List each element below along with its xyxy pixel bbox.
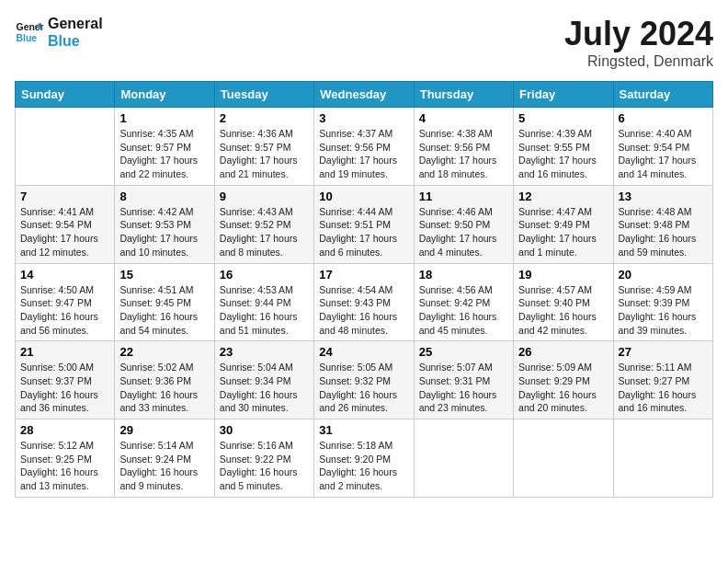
calendar-cell: 4Sunrise: 4:38 AM Sunset: 9:56 PM Daylig…	[414, 108, 513, 186]
logo-line2: Blue	[48, 32, 103, 50]
day-info: Sunrise: 5:09 AM Sunset: 9:29 PM Dayligh…	[518, 361, 608, 415]
day-info: Sunrise: 4:42 AM Sunset: 9:53 PM Dayligh…	[119, 205, 209, 259]
day-number: 25	[419, 345, 508, 359]
day-info: Sunrise: 4:43 AM Sunset: 9:52 PM Dayligh…	[220, 205, 309, 259]
day-number: 28	[20, 423, 109, 437]
day-number: 8	[119, 190, 209, 203]
calendar-cell	[514, 419, 613, 498]
day-number: 16	[220, 268, 309, 282]
day-info: Sunrise: 4:57 AM Sunset: 9:40 PM Dayligh…	[518, 283, 608, 338]
day-number: 18	[419, 268, 508, 282]
logo-icon: General Blue	[15, 17, 44, 47]
day-number: 13	[619, 190, 708, 203]
calendar-cell: 24Sunrise: 5:05 AM Sunset: 9:32 PM Dayli…	[314, 341, 414, 419]
logo-line1: General	[48, 15, 103, 32]
day-info: Sunrise: 4:51 AM Sunset: 9:45 PM Dayligh…	[119, 283, 209, 338]
calendar-cell	[16, 108, 115, 186]
calendar-cell: 8Sunrise: 4:42 AM Sunset: 9:53 PM Daylig…	[115, 185, 214, 263]
day-info: Sunrise: 5:12 AM Sunset: 9:25 PM Dayligh…	[20, 439, 109, 493]
calendar-cell: 19Sunrise: 4:57 AM Sunset: 9:40 PM Dayli…	[514, 263, 613, 341]
day-number: 27	[619, 345, 708, 359]
calendar-week-row: 1Sunrise: 4:35 AM Sunset: 9:57 PM Daylig…	[16, 108, 713, 186]
day-number: 15	[119, 268, 209, 282]
day-number: 2	[220, 111, 309, 125]
day-info: Sunrise: 4:39 AM Sunset: 9:55 PM Dayligh…	[518, 127, 608, 181]
calendar-cell	[613, 419, 712, 498]
day-info: Sunrise: 5:14 AM Sunset: 9:24 PM Dayligh…	[119, 439, 209, 493]
day-info: Sunrise: 4:41 AM Sunset: 9:54 PM Dayligh…	[20, 205, 109, 259]
day-number: 4	[419, 111, 508, 125]
day-number: 7	[20, 190, 109, 203]
day-info: Sunrise: 5:11 AM Sunset: 9:27 PM Dayligh…	[619, 361, 708, 415]
calendar-cell: 6Sunrise: 4:40 AM Sunset: 9:54 PM Daylig…	[613, 108, 712, 186]
calendar-cell: 14Sunrise: 4:50 AM Sunset: 9:47 PM Dayli…	[16, 263, 115, 341]
day-number: 24	[319, 345, 408, 359]
day-number: 9	[220, 190, 309, 203]
weekday-header: Thursday	[414, 82, 513, 108]
calendar-week-row: 7Sunrise: 4:41 AM Sunset: 9:54 PM Daylig…	[16, 185, 713, 263]
day-info: Sunrise: 5:02 AM Sunset: 9:36 PM Dayligh…	[119, 361, 209, 415]
svg-text:Blue: Blue	[17, 33, 38, 43]
calendar-cell: 2Sunrise: 4:36 AM Sunset: 9:57 PM Daylig…	[214, 108, 313, 186]
weekday-header: Saturday	[613, 82, 712, 108]
calendar-cell: 23Sunrise: 5:04 AM Sunset: 9:34 PM Dayli…	[214, 341, 313, 419]
day-info: Sunrise: 4:47 AM Sunset: 9:49 PM Dayligh…	[518, 205, 608, 259]
calendar-cell: 13Sunrise: 4:48 AM Sunset: 9:48 PM Dayli…	[613, 185, 712, 263]
calendar-cell: 10Sunrise: 4:44 AM Sunset: 9:51 PM Dayli…	[314, 185, 414, 263]
day-info: Sunrise: 4:37 AM Sunset: 9:56 PM Dayligh…	[319, 127, 408, 181]
calendar-cell: 12Sunrise: 4:47 AM Sunset: 9:49 PM Dayli…	[514, 185, 613, 263]
day-number: 12	[518, 190, 608, 203]
day-number: 6	[619, 111, 708, 125]
day-info: Sunrise: 5:00 AM Sunset: 9:37 PM Dayligh…	[20, 361, 109, 415]
location: Ringsted, Denmark	[564, 53, 713, 70]
day-number: 19	[518, 268, 608, 282]
calendar-cell: 1Sunrise: 4:35 AM Sunset: 9:57 PM Daylig…	[115, 108, 214, 186]
day-number: 10	[319, 190, 408, 203]
calendar-cell: 18Sunrise: 4:56 AM Sunset: 9:42 PM Dayli…	[414, 263, 513, 341]
day-info: Sunrise: 5:18 AM Sunset: 9:20 PM Dayligh…	[319, 439, 408, 493]
calendar-week-row: 28Sunrise: 5:12 AM Sunset: 9:25 PM Dayli…	[16, 419, 713, 498]
day-number: 11	[419, 190, 508, 203]
calendar-week-row: 14Sunrise: 4:50 AM Sunset: 9:47 PM Dayli…	[16, 263, 713, 341]
weekday-header-row: SundayMondayTuesdayWednesdayThursdayFrid…	[16, 82, 713, 108]
calendar-cell: 20Sunrise: 4:59 AM Sunset: 9:39 PM Dayli…	[613, 263, 712, 341]
calendar-cell: 3Sunrise: 4:37 AM Sunset: 9:56 PM Daylig…	[314, 108, 414, 186]
day-info: Sunrise: 4:40 AM Sunset: 9:54 PM Dayligh…	[619, 127, 708, 181]
calendar-cell: 27Sunrise: 5:11 AM Sunset: 9:27 PM Dayli…	[613, 341, 712, 419]
day-info: Sunrise: 4:50 AM Sunset: 9:47 PM Dayligh…	[20, 283, 109, 338]
day-number: 29	[119, 423, 209, 437]
calendar-cell: 16Sunrise: 4:53 AM Sunset: 9:44 PM Dayli…	[214, 263, 313, 341]
calendar-cell: 21Sunrise: 5:00 AM Sunset: 9:37 PM Dayli…	[16, 341, 115, 419]
weekday-header: Wednesday	[314, 82, 414, 108]
day-number: 26	[518, 345, 608, 359]
day-info: Sunrise: 5:05 AM Sunset: 9:32 PM Dayligh…	[319, 361, 408, 415]
calendar-cell: 25Sunrise: 5:07 AM Sunset: 9:31 PM Dayli…	[414, 341, 513, 419]
calendar-cell: 29Sunrise: 5:14 AM Sunset: 9:24 PM Dayli…	[115, 419, 214, 498]
calendar-cell: 22Sunrise: 5:02 AM Sunset: 9:36 PM Dayli…	[115, 341, 214, 419]
day-number: 31	[319, 423, 408, 437]
calendar-cell: 7Sunrise: 4:41 AM Sunset: 9:54 PM Daylig…	[16, 185, 115, 263]
weekday-header: Tuesday	[214, 82, 313, 108]
day-number: 17	[319, 268, 408, 282]
day-number: 5	[518, 111, 608, 125]
day-number: 21	[20, 345, 109, 359]
logo: General Blue General Blue	[15, 15, 103, 50]
day-info: Sunrise: 4:46 AM Sunset: 9:50 PM Dayligh…	[419, 205, 508, 259]
calendar-cell: 15Sunrise: 4:51 AM Sunset: 9:45 PM Dayli…	[115, 263, 214, 341]
calendar-cell: 17Sunrise: 4:54 AM Sunset: 9:43 PM Dayli…	[314, 263, 414, 341]
title-block: July 2024 Ringsted, Denmark	[564, 15, 713, 70]
calendar-cell: 31Sunrise: 5:18 AM Sunset: 9:20 PM Dayli…	[314, 419, 414, 498]
day-number: 23	[220, 345, 309, 359]
calendar-cell: 11Sunrise: 4:46 AM Sunset: 9:50 PM Dayli…	[414, 185, 513, 263]
calendar-cell: 30Sunrise: 5:16 AM Sunset: 9:22 PM Dayli…	[214, 419, 313, 498]
calendar-cell	[414, 419, 513, 498]
day-info: Sunrise: 4:36 AM Sunset: 9:57 PM Dayligh…	[220, 127, 309, 181]
day-info: Sunrise: 4:53 AM Sunset: 9:44 PM Dayligh…	[220, 283, 309, 338]
month-year: July 2024	[564, 15, 713, 53]
day-info: Sunrise: 4:56 AM Sunset: 9:42 PM Dayligh…	[419, 283, 508, 338]
calendar-cell: 28Sunrise: 5:12 AM Sunset: 9:25 PM Dayli…	[16, 419, 115, 498]
calendar-table: SundayMondayTuesdayWednesdayThursdayFrid…	[15, 81, 713, 498]
day-info: Sunrise: 4:48 AM Sunset: 9:48 PM Dayligh…	[619, 205, 708, 259]
weekday-header: Monday	[115, 82, 214, 108]
day-number: 22	[119, 345, 209, 359]
